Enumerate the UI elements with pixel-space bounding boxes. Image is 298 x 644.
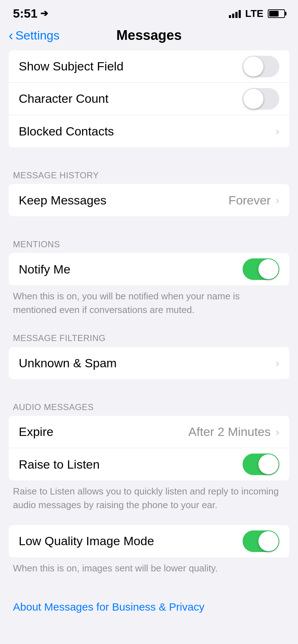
toggle-knob	[258, 259, 279, 279]
status-right: LTE	[229, 8, 285, 19]
back-chevron-icon: ‹	[9, 29, 13, 42]
character-count-row: Character Count	[9, 83, 289, 115]
blocked-contacts-row[interactable]: Blocked Contacts ›	[9, 115, 289, 147]
blocked-contacts-label: Blocked Contacts	[19, 124, 114, 138]
notify-me-row: Notify Me	[9, 253, 289, 285]
audio-messages-group: Expire After 2 Minutes › Raise to Listen	[9, 416, 289, 480]
privacy-link-section: About Messages for Business & Privacy	[0, 588, 298, 613]
signal-bar-3	[235, 12, 238, 18]
low-quality-image-group: Low Quality Image Mode	[9, 525, 289, 557]
signal-bar-4	[239, 10, 241, 18]
keep-messages-row[interactable]: Keep Messages Forever ›	[9, 184, 289, 216]
character-count-label: Character Count	[19, 92, 108, 106]
low-quality-image-helper-text: When this is on, images sent will be low…	[0, 557, 298, 575]
unknown-spam-label: Unknown & Spam	[19, 356, 117, 370]
lte-label: LTE	[245, 8, 263, 19]
toggle-knob	[258, 531, 279, 551]
expire-label: Expire	[19, 425, 53, 439]
expire-value: After 2 Minutes	[188, 425, 271, 439]
signal-bars	[229, 9, 241, 18]
sms-settings-group: Show Subject Field Character Count Block…	[9, 50, 289, 147]
status-bar: 5:51 ➔ LTE	[0, 0, 298, 24]
expire-right: After 2 Minutes ›	[188, 425, 279, 439]
chevron-right-icon: ›	[276, 194, 279, 206]
privacy-link[interactable]: About Messages for Business & Privacy	[13, 601, 204, 613]
character-count-toggle[interactable]	[243, 88, 279, 110]
message-filtering-group: Unknown & Spam ›	[9, 347, 289, 379]
chevron-right-icon: ›	[276, 426, 279, 438]
keep-messages-right: Forever ›	[229, 193, 279, 207]
keep-messages-label: Keep Messages	[19, 193, 107, 207]
page-title: Messages	[116, 28, 182, 43]
toggle-knob	[243, 56, 263, 77]
signal-bar-2	[232, 14, 234, 18]
back-button[interactable]: ‹ Settings	[9, 28, 60, 42]
show-subject-field-row: Show Subject Field	[9, 50, 289, 83]
audio-messages-helper-text: Raise to Listen allows you to quickly li…	[0, 480, 298, 512]
chevron-right-icon: ›	[276, 357, 279, 369]
toggle-knob	[243, 89, 263, 109]
mentions-group: Notify Me	[9, 253, 289, 285]
nav-bar: ‹ Settings Messages	[0, 24, 298, 50]
low-quality-image-toggle[interactable]	[243, 530, 279, 552]
battery-fill	[269, 11, 279, 17]
low-quality-image-row: Low Quality Image Mode	[9, 525, 289, 557]
raise-to-listen-row: Raise to Listen	[9, 448, 289, 480]
time-display: 5:51	[13, 6, 37, 20]
battery-indicator	[268, 9, 285, 18]
blocked-contacts-right: ›	[276, 125, 279, 137]
mentions-helper-text: When this is on, you will be notified wh…	[0, 285, 298, 317]
signal-bar-1	[229, 15, 231, 18]
notify-me-label: Notify Me	[19, 262, 71, 276]
back-label: Settings	[15, 28, 60, 42]
notify-me-toggle[interactable]	[243, 258, 279, 280]
message-history-group: Keep Messages Forever ›	[9, 184, 289, 216]
show-subject-field-toggle[interactable]	[243, 56, 279, 77]
show-subject-field-label: Show Subject Field	[19, 59, 123, 73]
raise-to-listen-toggle[interactable]	[243, 454, 279, 475]
message-history-section-label: MESSAGE HISTORY	[0, 160, 298, 184]
unknown-spam-row[interactable]: Unknown & Spam ›	[9, 347, 289, 379]
mentions-section-label: MENTIONS	[0, 229, 298, 253]
audio-messages-section-label: AUDIO MESSAGES	[0, 392, 298, 416]
chevron-right-icon: ›	[276, 125, 279, 137]
location-icon: ➔	[40, 8, 48, 19]
toggle-knob	[258, 454, 279, 474]
raise-to-listen-label: Raise to Listen	[19, 457, 100, 472]
status-time: 5:51 ➔	[13, 6, 48, 20]
keep-messages-value: Forever	[229, 193, 271, 207]
expire-row[interactable]: Expire After 2 Minutes ›	[9, 416, 289, 448]
message-filtering-section-label: MESSAGE FILTERING	[0, 323, 298, 347]
low-quality-image-label: Low Quality Image Mode	[19, 534, 154, 548]
unknown-spam-right: ›	[276, 357, 279, 369]
